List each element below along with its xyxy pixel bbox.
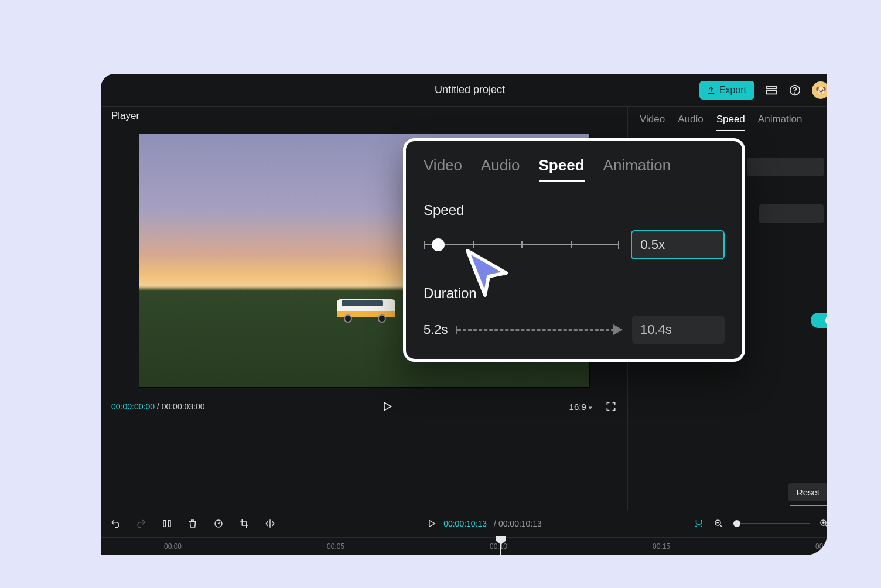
speed-slider[interactable] [424,244,619,245]
preview-van-graphic [337,296,401,324]
trash-icon[interactable] [187,518,198,529]
ruler-mark: 00:00 [164,542,182,551]
svg-point-3 [795,93,795,93]
timeline-ruler[interactable]: 00:00 00:05 00:10 00:15 00:20 [101,538,827,555]
speed-value-input[interactable]: 0.5x [631,230,725,259]
player-header-label: Player [101,107,627,128]
side-tab-speed[interactable]: Speed [716,114,745,131]
export-label: Export [719,85,746,95]
crop-icon[interactable] [239,518,250,529]
pop-tab-audio[interactable]: Audio [481,156,520,182]
duration-arrow [457,329,623,330]
ruler-mark: 00:10 [490,542,507,551]
zoom-in-icon[interactable] [819,518,827,529]
side-tabs: Video Audio Speed Animation [640,114,827,131]
svg-rect-6 [168,521,170,527]
duration-to-input[interactable]: 10.4s [632,316,725,344]
side-toggle[interactable] [811,313,827,328]
player-timecode: 00:00:00:00 / 00:00:03:00 [111,402,205,411]
svg-marker-4 [384,402,391,410]
duration-from: 5.2s [424,322,448,337]
mirror-icon[interactable] [265,518,275,529]
export-button[interactable]: Export [699,81,754,100]
side-duration-input[interactable] [759,204,824,223]
undo-icon[interactable] [110,518,121,529]
zoom-slider[interactable] [733,523,810,524]
timeline-total-time: 00:00:10:13 [498,519,542,528]
side-speed-input[interactable] [747,158,824,176]
timeline-toolbar: 00:00:10:13 / 00:00:10:13 [101,510,827,538]
titlebar: Untitled project Export 🐶 [101,74,827,107]
pop-tab-speed[interactable]: Speed [539,156,585,182]
layers-icon[interactable] [765,84,778,97]
side-tab-animation[interactable]: Animation [758,114,803,131]
split-icon[interactable] [162,518,172,529]
pop-tab-animation[interactable]: Animation [603,156,671,182]
upload-icon [706,86,716,95]
svg-rect-5 [163,521,166,527]
help-icon[interactable] [788,84,801,97]
fullscreen-icon[interactable] [605,401,617,412]
snap-icon[interactable] [694,518,704,529]
play-button[interactable] [381,401,393,412]
speed-icon[interactable] [213,518,224,529]
ruler-mark: 00:15 [653,542,670,551]
side-tab-audio[interactable]: Audio [678,114,703,131]
pop-duration-label: Duration [424,285,725,302]
pop-speed-label: Speed [424,202,725,218]
playhead[interactable] [500,538,501,555]
reset-button[interactable]: Reset [788,483,827,501]
aspect-ratio-select[interactable]: 16:9 ▾ [569,402,592,412]
avatar[interactable]: 🐶 [812,81,827,99]
svg-rect-1 [767,90,777,94]
redo-icon[interactable] [136,518,146,529]
speed-slider-knob[interactable] [432,238,445,251]
timeline-current-time: 00:00:10:13 [443,519,487,528]
speed-popover: Video Audio Speed Animation Speed 0.5x D… [403,138,745,362]
timeline-play-icon[interactable] [427,519,436,528]
ruler-mark: 00:20 [815,542,827,551]
svg-rect-0 [767,86,777,88]
project-title[interactable]: Untitled project [435,84,505,96]
player-total-time: 00:00:03:00 [162,402,205,411]
side-tab-video[interactable]: Video [640,114,665,131]
pop-tab-video[interactable]: Video [424,156,462,182]
svg-marker-8 [429,521,435,527]
player-current-time: 00:00:00:00 [111,402,155,411]
ruler-mark: 00:05 [327,542,344,551]
zoom-out-icon[interactable] [713,518,724,529]
